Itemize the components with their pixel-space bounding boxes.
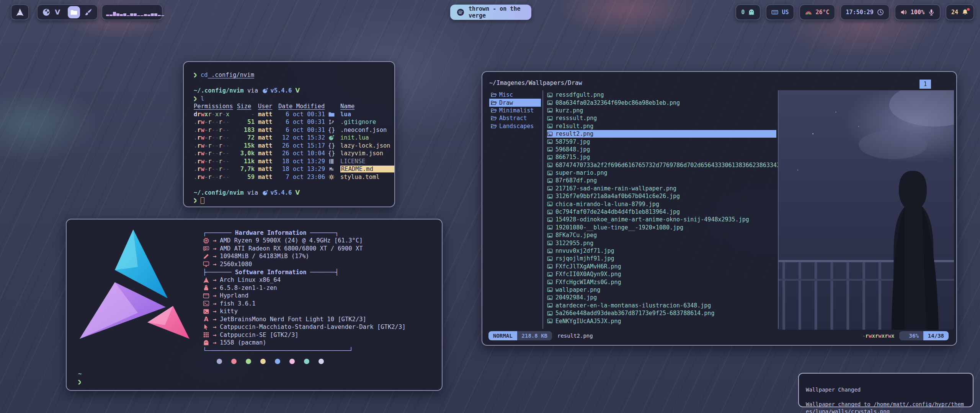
display-icon <box>203 261 209 267</box>
file-row[interactable]: 866715.jpg <box>547 153 778 161</box>
status-bar: NORMAL 218.8 KB result2.png -rwxrwxrwx 3… <box>488 331 949 340</box>
tray-notifications[interactable]: 24 <box>946 4 974 20</box>
file-row[interactable]: atardecer-en-la-montanas-ilustracion-634… <box>547 302 778 309</box>
file-row[interactable]: wallpaper.png <box>547 286 778 294</box>
fetch-cwd: ~ <box>78 371 82 377</box>
file-row[interactable]: 19201080-__blue-tinge__-1920×1080.jpg <box>547 224 778 231</box>
file-row[interactable]: nnvuv0xj2df71.jpg <box>547 247 778 255</box>
book-icon <box>328 158 335 164</box>
visualizer-bar <box>134 13 137 16</box>
taskbar-apps[interactable]: V <box>37 4 98 20</box>
file-row[interactable]: re1sult.png <box>547 122 778 130</box>
app-launcher-button[interactable] <box>11 4 29 20</box>
tab-badge[interactable]: 1 <box>920 80 931 89</box>
visualizer-bar <box>116 13 119 16</box>
file-row[interactable]: 596848.jpg <box>547 146 778 153</box>
imagefile-icon <box>547 318 553 324</box>
sidebar-item-minimalist[interactable]: Minimalist <box>491 107 542 114</box>
file-row[interactable]: kurz.png <box>547 107 778 114</box>
visualizer-bar <box>137 15 140 16</box>
tray-keyboard-layout[interactable]: US <box>766 4 794 20</box>
file-row[interactable]: FXfcHgcWIAMzs0G.png <box>547 278 778 286</box>
braces-icon: {} <box>328 150 335 156</box>
cursor-icon <box>203 324 209 330</box>
image-preview <box>779 90 954 330</box>
vim-icon[interactable]: V <box>55 8 63 16</box>
notification-popup[interactable]: Wallpaper Changed Wallpaper changed to /… <box>798 373 973 407</box>
notifications-value: 24 <box>951 9 958 16</box>
file-row[interactable]: 5a266e448add93deab367d87173e9f25-6837886… <box>547 309 778 317</box>
sidebar-item-abstract[interactable]: Abstract <box>491 114 542 122</box>
system-tray: 0US26°C17:50:29100%24 <box>735 4 974 20</box>
tray-clock[interactable]: 17:50:29 <box>840 4 890 20</box>
file-row[interactable]: 154928-odinokoe_anime-art-anime-okno-sin… <box>547 216 778 223</box>
fetch-info-row: →AMD ATI Radeon RX 6800/6800 XT / 6900 X… <box>203 245 433 253</box>
clock-icon <box>877 9 884 16</box>
rainbow-icon <box>805 9 812 16</box>
file-row[interactable]: 3122955.png <box>547 239 778 247</box>
imagefile-icon <box>547 295 553 301</box>
imagefile-icon <box>547 287 553 293</box>
sidebar-item-misc[interactable]: Misc <box>491 91 542 99</box>
font-icon: A <box>203 316 209 322</box>
command-line: cd .config/nvim <box>194 71 394 79</box>
hardware-section-title: ┌─────── Hardware Information ───────┐ <box>203 229 433 237</box>
fetch-info-row: →Catppuccin-Macchiato-Standard-Lavender-… <box>203 323 433 331</box>
imagefile-icon <box>547 279 553 285</box>
ls-row: drwxr-xr-x-matt6 oct 00:31lua <box>194 111 394 119</box>
brush-icon[interactable] <box>84 8 93 16</box>
files-icon[interactable] <box>68 6 80 18</box>
file-row[interactable]: FXfcII0X0AQyn9X.png <box>547 270 778 278</box>
imagefile-icon <box>547 302 553 308</box>
file-row[interactable]: 08a634fa02a32364f69ebc86a98eb1eb.png <box>547 99 778 106</box>
visualizer-bar <box>106 15 109 16</box>
file-row[interactable]: ressdfgult.png <box>547 91 778 99</box>
imagefile-icon <box>547 115 553 121</box>
imagefile-icon <box>547 256 553 262</box>
sidebar-item-landscapes[interactable]: Landscapes <box>491 122 542 130</box>
tray-weather[interactable]: 26°C <box>799 4 835 20</box>
ls-row: .rw-r--r--15kmatt26 oct 15:17{}lazy-lock… <box>194 142 394 150</box>
file-row[interactable]: EeNKYgIUcAAJ5JX.png <box>547 317 778 325</box>
terminal-color-palette <box>217 359 433 364</box>
file-row[interactable]: super-mario.png <box>547 169 778 177</box>
file-row[interactable]: chica-mirando-la-luna-8799.jpg <box>547 200 778 208</box>
terminal-cursor <box>201 197 204 204</box>
visualizer-bar <box>158 15 161 16</box>
file-row[interactable]: result2.png <box>547 130 776 138</box>
file-row[interactable]: 20492984.jpg <box>547 294 778 301</box>
file-row[interactable]: 87r687df.png <box>547 177 778 184</box>
file-row[interactable]: 217167-sad-anime-rain-wallpaper.png <box>547 185 778 192</box>
file-row[interactable]: resssult.png <box>547 114 778 122</box>
ghost-icon <box>203 340 209 346</box>
braces-icon: {} <box>328 127 335 133</box>
tray-updates[interactable]: 0 <box>735 4 761 20</box>
software-section-title: ├─────── Software Information ───────┤ <box>203 268 433 276</box>
visualizer-bar <box>120 14 123 16</box>
imagefile-icon <box>547 185 553 191</box>
fetch-window[interactable]: ┌─────── Hardware Information ───────┐ →… <box>66 219 443 391</box>
file-row[interactable]: rsjqojlmjhf91.jpg <box>547 255 778 262</box>
mic-icon <box>928 9 935 16</box>
now-playing-title: thrown - on the verge <box>469 5 525 19</box>
imagefile-icon <box>547 311 553 316</box>
file-manager-window[interactable]: ~/Imagenes/Wallpapers/Draw 1 MiscDrawMin… <box>482 71 957 346</box>
file-row[interactable]: 3126f7e9bbf21a8a4af0b67b041c6e26.jpg <box>547 192 778 200</box>
tray-volume[interactable]: 100% <box>895 4 941 20</box>
browser-icon[interactable] <box>42 8 51 16</box>
ls-row: .rw-r--r--3,0kmatt26 oct 10:04{}lazyvim.… <box>194 150 394 158</box>
file-row[interactable]: 0c794faf07de24a4db4d4fb1eb813964.jpg <box>547 208 778 216</box>
file-row[interactable]: 587597.jpg <box>547 138 778 145</box>
file-row[interactable]: FXfcJlTXgAMvH6R.png <box>547 263 778 270</box>
cpu-icon <box>203 237 209 244</box>
now-playing-pill[interactable]: thrown - on the verge <box>450 5 531 20</box>
palette-dot <box>304 359 309 364</box>
imagefile-icon <box>547 272 553 277</box>
file-row[interactable]: 8FKa7Cu.jpeg <box>547 231 778 239</box>
updates-value: 0 <box>741 9 745 16</box>
prompt-line: ~/.config/nvim via v5.4.6V <box>194 189 394 197</box>
terminal-window[interactable]: cd .config/nvim~/.config/nvim via v5.4.6… <box>183 61 395 207</box>
sidebar-item-draw[interactable]: Draw <box>489 99 541 106</box>
file-row[interactable]: 68747470733a2f2f696d616765732d7769786d70… <box>547 161 778 169</box>
ls-row: .rw-r--r--11kmatt18 oct 13:29LICENSE <box>194 158 394 166</box>
